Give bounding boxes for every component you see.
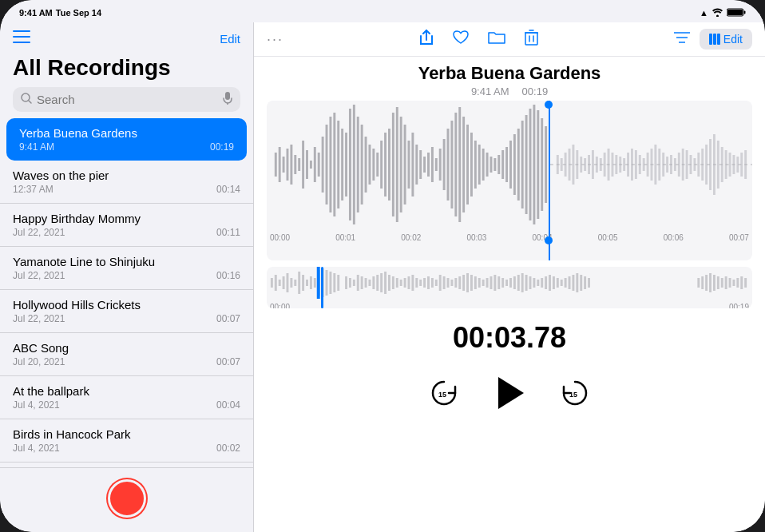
- list-item[interactable]: ABC Song Jul 20, 2021 00:07: [0, 333, 253, 376]
- status-bar: 9:41 AM Tue Sep 14 ▲: [0, 0, 765, 22]
- favorite-button[interactable]: [453, 30, 469, 49]
- detail-title: Yerba Buena Gardens: [254, 63, 765, 84]
- svg-rect-231: [729, 278, 731, 288]
- sidebar-edit-button[interactable]: Edit: [220, 32, 240, 46]
- sidebar-toggle-icon[interactable]: [13, 30, 30, 47]
- rewind-button[interactable]: 15: [430, 379, 458, 407]
- svg-rect-179: [419, 280, 422, 286]
- recording-date: Jul 22, 2021: [13, 227, 65, 238]
- svg-rect-170: [384, 272, 386, 294]
- list-item[interactable]: Waves on the pier 12:37 AM 00:14: [0, 161, 253, 204]
- svg-rect-88: [537, 110, 539, 219]
- share-button[interactable]: [419, 30, 434, 50]
- svg-rect-157: [333, 273, 335, 292]
- recording-meta: Jul 22, 2021 00:11: [13, 227, 240, 238]
- svg-rect-221: [584, 276, 586, 289]
- list-item[interactable]: At the ballpark Jul 4, 2021 00:04: [0, 376, 253, 419]
- search-bar[interactable]: [13, 87, 240, 112]
- svg-rect-22: [279, 147, 281, 182]
- svg-rect-151: [310, 276, 312, 289]
- svg-rect-50: [388, 129, 390, 200]
- svg-point-0: [716, 14, 719, 17]
- svg-rect-172: [392, 276, 394, 289]
- svg-rect-183: [435, 280, 438, 286]
- svg-rect-235: [744, 278, 747, 288]
- recording-name: Happy Birthday Mommy: [13, 212, 240, 225]
- svg-rect-169: [380, 273, 382, 292]
- svg-rect-65: [447, 129, 450, 200]
- svg-rect-145: [287, 273, 289, 292]
- sidebar-top-bar: Edit: [0, 22, 253, 52]
- svg-rect-146: [290, 278, 292, 288]
- mini-waveform[interactable]: 00:00 00:19: [267, 267, 752, 308]
- list-item[interactable]: Yamanote Line to Shinjuku Jul 22, 2021 0…: [0, 247, 253, 290]
- detail-duration: 00:19: [522, 85, 549, 97]
- svg-rect-89: [541, 118, 543, 211]
- svg-rect-203: [513, 276, 516, 289]
- svg-text:15: 15: [438, 391, 446, 399]
- svg-rect-177: [411, 275, 414, 291]
- mini-time-ruler: 00:00 00:19: [267, 302, 752, 308]
- recording-meta: Jul 20, 2021 00:07: [13, 356, 240, 367]
- svg-rect-48: [380, 141, 382, 189]
- svg-rect-55: [408, 141, 410, 189]
- play-button[interactable]: [490, 374, 529, 412]
- battery-icon: [727, 8, 746, 18]
- search-input[interactable]: [37, 93, 218, 106]
- svg-rect-227: [713, 275, 715, 291]
- svg-rect-80: [505, 147, 508, 182]
- main-waveform[interactable]: 00:00 00:01 00:02 00:03 00:04 00:05 00:0…: [267, 101, 752, 260]
- svg-rect-219: [576, 273, 578, 292]
- list-item[interactable]: Birds in Hancock Park Jul 4, 2021 00:02: [0, 419, 253, 463]
- svg-rect-159: [317, 267, 320, 299]
- svg-rect-82: [513, 134, 516, 195]
- filter-button[interactable]: [674, 31, 690, 48]
- svg-rect-182: [431, 278, 434, 288]
- recording-duration: 00:16: [216, 270, 240, 281]
- svg-rect-204: [517, 275, 520, 291]
- svg-rect-54: [404, 125, 406, 204]
- svg-rect-58: [419, 150, 422, 179]
- svg-rect-198: [493, 275, 496, 291]
- svg-rect-6: [13, 42, 30, 43]
- recording-meta: Jul 22, 2021 00:16: [13, 270, 240, 281]
- svg-rect-64: [443, 139, 446, 190]
- svg-rect-92: [561, 158, 563, 171]
- svg-rect-30: [310, 161, 312, 169]
- svg-rect-68: [458, 107, 461, 222]
- svg-rect-176: [408, 276, 410, 289]
- svg-rect-39: [345, 133, 347, 197]
- recording-meta: 12:37 AM 00:14: [13, 184, 240, 195]
- recording-meta: Jul 4, 2021 00:04: [13, 399, 240, 411]
- trash-button[interactable]: [525, 30, 538, 50]
- microphone-icon[interactable]: [223, 92, 232, 107]
- status-right: ▲: [700, 8, 746, 18]
- svg-rect-218: [572, 275, 574, 291]
- more-options-icon[interactable]: ···: [267, 31, 283, 48]
- svg-rect-160: [345, 276, 347, 289]
- svg-rect-226: [709, 273, 711, 292]
- recording-duration: 00:04: [216, 399, 240, 411]
- svg-rect-161: [349, 278, 351, 288]
- recording-duration: 00:07: [216, 313, 240, 324]
- svg-rect-167: [372, 276, 375, 289]
- list-item[interactable]: Hollywood Hills Crickets Jul 22, 2021 00…: [0, 290, 253, 333]
- detail-toolbar: ···: [254, 22, 765, 57]
- list-item[interactable]: Yerba Buena Gardens 9:41 AM 00:19: [6, 118, 247, 161]
- record-button[interactable]: [106, 478, 148, 519]
- svg-rect-216: [565, 278, 567, 288]
- folder-button[interactable]: [488, 30, 505, 49]
- svg-rect-196: [486, 278, 489, 288]
- svg-rect-202: [509, 278, 512, 288]
- recording-date: 9:41 AM: [19, 141, 54, 153]
- svg-rect-132: [717, 141, 719, 189]
- svg-rect-191: [466, 273, 469, 292]
- svg-rect-26: [294, 155, 296, 174]
- forward-button[interactable]: 15: [561, 379, 589, 407]
- svg-rect-25: [290, 145, 292, 185]
- svg-rect-224: [701, 276, 704, 289]
- recordings-list: Yerba Buena Gardens 9:41 AM 00:19 Waves …: [0, 118, 253, 467]
- list-item[interactable]: Happy Birthday Mommy Jul 22, 2021 00:11: [0, 204, 253, 247]
- waveform-svg: [267, 101, 752, 228]
- detail-edit-button[interactable]: Edit: [700, 29, 752, 50]
